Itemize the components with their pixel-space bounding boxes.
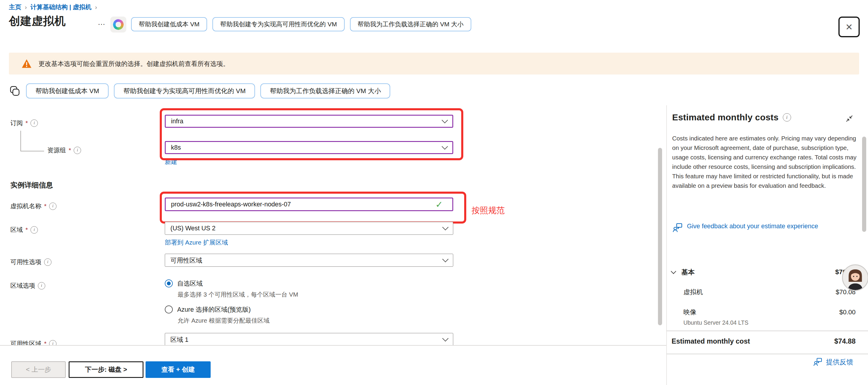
suggestion-low-cost-vm[interactable]: 帮助我创建低成本 VM (26, 84, 108, 98)
valid-check-icon: ✓ (435, 199, 443, 210)
total-cost-amount: $74.88 (834, 338, 856, 345)
create-vm-page: 主页 › 计算基础结构 | 虚拟机 › 创建虚拟机 … 帮助我创建低成本 VM … (0, 0, 868, 385)
next-disks-button[interactable]: 下一步: 磁盘 > (69, 361, 144, 378)
resource-group-select[interactable]: k8s (165, 141, 453, 154)
suggestion-right-vm-size[interactable]: 帮助我为工作负载选择正确的 VM 大小 (260, 84, 390, 98)
costs-panel-title: Estimated monthly costs (672, 113, 779, 122)
new-resource-group-link[interactable]: 新建 (165, 158, 177, 166)
chevron-down-icon (442, 143, 448, 150)
availability-options-label: 可用性选项 i (10, 258, 52, 266)
breadcrumb-section[interactable]: 计算基础结构 | 虚拟机 (30, 3, 92, 11)
main-scrollbar[interactable] (658, 148, 662, 325)
provide-feedback-link[interactable]: 提供反馈 (813, 357, 853, 367)
provide-feedback-text: 提供反馈 (826, 357, 853, 367)
cost-image-amount: $0.00 (839, 309, 856, 316)
tree-connector (21, 131, 21, 151)
previous-button[interactable]: < 上一步 (11, 361, 66, 378)
info-icon[interactable]: i (74, 147, 81, 154)
panel-divider (666, 105, 667, 385)
availability-options-value: 可用性区域 (170, 256, 443, 265)
instance-details-heading: 实例详细信息 (10, 181, 53, 190)
cost-row-image: 映像 $0.00 (672, 306, 856, 318)
zone-option2-desc: 允许 Azure 根据需要分配最佳区域 (178, 316, 270, 325)
radio-selected-icon[interactable] (165, 280, 173, 287)
availability-zone-select[interactable]: 区域 1 (165, 333, 453, 345)
feedback-icon (672, 222, 683, 233)
close-button[interactable]: ✕ (838, 17, 860, 37)
more-options-button[interactable]: … (98, 18, 106, 27)
info-icon[interactable]: i (30, 226, 38, 234)
vm-name-input[interactable]: prod-usw2-k8s-freeleaps-worker-nodes-07 … (165, 197, 453, 211)
info-icon[interactable]: i (30, 120, 38, 127)
zone-option2-label: Azure 选择的区域(预览版) (177, 305, 251, 314)
suggestion-high-availability-vm[interactable]: 帮助我创建专为实现高可用性而优化的 VM (212, 17, 344, 31)
panel-scrollbar[interactable] (862, 137, 866, 232)
suggestion-high-availability-vm[interactable]: 帮助我创建专为实现高可用性而优化的 VM (114, 84, 255, 98)
copilot-suggestions-inline: 帮助我创建低成本 VM 帮助我创建专为实现高可用性而优化的 VM 帮助我为工作负… (9, 84, 390, 98)
suggestion-low-cost-vm[interactable]: 帮助我创建低成本 VM (131, 17, 207, 31)
copilot-logo-icon (112, 18, 125, 31)
chevron-down-icon (442, 335, 448, 342)
basics-form: 订阅* i infra 资源组* i k8s 新建 实例详细信息 虚拟机名称* … (0, 103, 660, 345)
breadcrumb-sep-icon: › (95, 4, 97, 11)
chevron-down-icon (442, 117, 448, 123)
info-icon[interactable]: i (38, 282, 45, 289)
cost-row-total: Estimated monthly cost $74.88 (672, 335, 856, 348)
cost-basic-label: 基本 (681, 267, 695, 277)
zone-option1-desc: 最多选择 3 个可用性区域，每个区域一台 VM (178, 290, 298, 299)
estimate-feedback-link[interactable]: Give feedback about your estimate experi… (672, 222, 850, 233)
zone-options-label: 区域选项 i (10, 282, 45, 290)
warning-banner: 更改基本选项可能会重置所做的选择。创建虚拟机前查看所有选项。 (9, 53, 859, 74)
chevron-down-icon (442, 224, 448, 230)
warning-icon (21, 59, 32, 68)
feedback-link-text: Give feedback about your estimate experi… (687, 222, 818, 233)
breadcrumb: 主页 › 计算基础结构 | 虚拟机 › (9, 3, 97, 11)
info-icon[interactable]: i (44, 258, 52, 266)
subscription-select[interactable]: infra (165, 115, 453, 128)
panel-divider-line (666, 354, 868, 354)
suggestion-right-vm-size[interactable]: 帮助我为工作负载选择正确的 VM 大小 (350, 17, 471, 31)
total-cost-label: Estimated monthly cost (672, 338, 750, 345)
tree-connector (21, 151, 44, 151)
breadcrumb-sep-icon: › (25, 4, 27, 11)
region-label: 区域* i (10, 226, 38, 234)
copilot-button[interactable] (110, 17, 126, 33)
review-create-button[interactable]: 查看 + 创建 (146, 361, 211, 378)
cost-group-basic: 基本 $70.08 (672, 265, 856, 279)
chevron-down-icon (442, 256, 448, 262)
avatar-illustration-icon (843, 265, 868, 290)
collapse-panel-icon[interactable] (845, 114, 854, 123)
zone-option1-label: 自选区域 (177, 279, 203, 288)
info-icon[interactable]: i (49, 202, 57, 210)
deploy-extended-zone-link[interactable]: 部署到 Azure 扩展区域 (165, 238, 228, 247)
region-select[interactable]: (US) West US 2 (165, 222, 453, 235)
resource-group-value: k8s (171, 144, 442, 151)
cost-vm-label: 虚拟机 (683, 288, 703, 297)
availability-zone-value: 区域 1 (170, 335, 443, 344)
costs-disclaimer: Costs indicated here are estimates only.… (672, 134, 859, 190)
info-icon[interactable]: i (49, 340, 57, 345)
subscription-value: infra (171, 118, 442, 125)
annotation-note: 按照规范 (472, 205, 505, 216)
zone-option-self-select[interactable]: 自选区域 (165, 279, 203, 288)
page-title: 创建虚拟机 (9, 13, 66, 29)
subscription-label: 订阅* i (10, 119, 38, 127)
resource-group-label: 资源组* i (47, 146, 81, 154)
vm-name-value: prod-usw2-k8s-freeleaps-worker-nodes-07 (171, 201, 435, 208)
radio-unselected-icon[interactable] (165, 306, 173, 314)
cost-image-sub: Ubuntu Server 24.04 LTS (683, 319, 748, 326)
cost-image-label: 映像 (683, 308, 696, 317)
region-value: (US) West US 2 (170, 225, 443, 232)
close-icon: ✕ (845, 22, 852, 32)
info-icon[interactable]: i (783, 113, 791, 122)
assistant-avatar[interactable] (842, 264, 868, 291)
availability-options-select[interactable]: 可用性区域 (165, 254, 453, 267)
chevron-down-icon[interactable] (671, 268, 676, 274)
warning-text: 更改基本选项可能会重置所做的选择。创建虚拟机前查看所有选项。 (38, 59, 229, 68)
breadcrumb-home[interactable]: 主页 (9, 3, 21, 11)
feedback-icon (813, 357, 823, 367)
costs-panel-title-row: Estimated monthly costs i (672, 113, 791, 122)
panel-divider-line (666, 330, 868, 331)
zone-option-azure-select[interactable]: Azure 选择的区域(预览版) (165, 305, 251, 314)
vm-name-label: 虚拟机名称* i (10, 202, 57, 210)
